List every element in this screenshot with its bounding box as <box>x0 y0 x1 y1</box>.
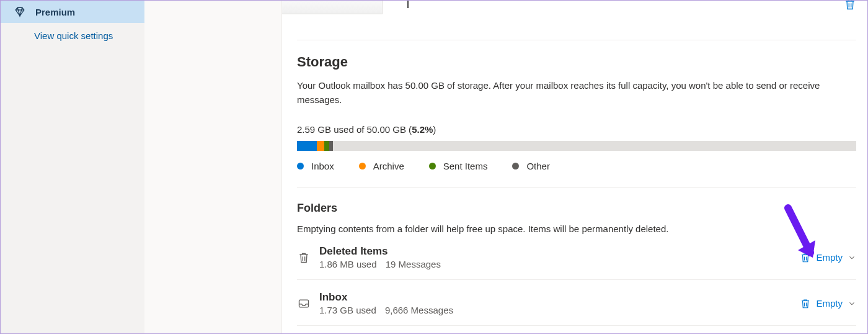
sidebar-item-premium[interactable]: Premium <box>1 1 144 23</box>
chevron-down-icon <box>848 299 856 308</box>
folders-heading: Folders <box>297 202 856 215</box>
sidebar-item-label: Premium <box>35 7 75 17</box>
delete-button[interactable] <box>844 1 856 11</box>
legend-item-other: Other <box>512 161 550 171</box>
text-caret <box>407 1 409 8</box>
legend-label: Other <box>526 161 550 171</box>
dot-icon <box>297 163 304 169</box>
dot-icon <box>429 163 436 169</box>
dot-icon <box>512 163 519 169</box>
divider <box>297 187 856 188</box>
storage-legend: Inbox Archive Sent Items Other <box>297 161 856 171</box>
legend-label: Inbox <box>311 161 334 171</box>
folder-subtext: 1.86 MB used 19 Messages <box>319 259 800 269</box>
legend-item-archive: Archive <box>359 161 404 171</box>
folder-info: Inbox 1.73 GB used 9,666 Messages <box>319 291 800 315</box>
trash-icon <box>297 251 311 264</box>
secondary-column <box>144 1 282 333</box>
empty-label: Empty <box>816 252 843 263</box>
empty-folder-button[interactable]: Empty <box>800 298 856 309</box>
folder-info: Deleted Items 1.86 MB used 19 Messages <box>319 245 800 269</box>
storage-bar <box>297 141 856 151</box>
folder-messages: 19 Messages <box>386 259 441 269</box>
storage-bar-seg-archive <box>317 141 324 151</box>
folder-used: 1.86 MB used <box>319 259 377 269</box>
diamond-icon <box>14 6 25 17</box>
usage-prefix: 2.59 GB used of 50.00 GB ( <box>297 124 412 135</box>
image-placeholder <box>282 1 383 14</box>
folder-subtext: 1.73 GB used 9,666 Messages <box>319 305 800 315</box>
trash-icon <box>800 298 811 309</box>
empty-folder-button[interactable]: Empty <box>800 252 856 263</box>
legend-label: Archive <box>373 161 404 171</box>
usage-suffix: ) <box>433 124 436 135</box>
inbox-icon <box>297 297 311 310</box>
legend-item-sent: Sent Items <box>429 161 488 171</box>
storage-heading: Storage <box>297 54 856 70</box>
trash-icon <box>800 252 811 263</box>
folder-name: Deleted Items <box>319 245 800 258</box>
svg-rect-0 <box>299 300 309 307</box>
divider <box>297 40 856 40</box>
folder-name: Inbox <box>319 291 800 304</box>
folder-row-deleted-items: Deleted Items 1.86 MB used 19 Messages E… <box>297 234 856 280</box>
dot-icon <box>359 163 366 169</box>
main-content: Storage Your Outlook mailbox has 50.00 G… <box>282 1 867 333</box>
folder-used: 1.73 GB used <box>319 305 376 315</box>
storage-bar-seg-other <box>329 141 333 151</box>
folder-messages: 9,666 Messages <box>385 305 453 315</box>
empty-label: Empty <box>816 298 843 309</box>
sidebar-item-quick-settings[interactable]: View quick settings <box>1 23 144 47</box>
settings-sidebar: Premium View quick settings <box>1 1 144 333</box>
usage-percent: 5.2% <box>412 124 433 135</box>
folder-row-inbox: Inbox 1.73 GB used 9,666 Messages Empty <box>297 280 856 326</box>
chevron-down-icon <box>848 253 856 262</box>
top-area <box>297 1 856 16</box>
storage-description: Your Outlook mailbox has 50.00 GB of sto… <box>297 79 856 107</box>
legend-item-inbox: Inbox <box>297 161 334 171</box>
storage-bar-seg-sent <box>324 141 329 151</box>
storage-usage-text: 2.59 GB used of 50.00 GB (5.2%) <box>297 124 856 135</box>
storage-bar-seg-inbox <box>297 141 317 151</box>
legend-label: Sent Items <box>443 161 488 171</box>
sidebar-item-label: View quick settings <box>34 30 113 41</box>
folders-description: Emptying contents from a folder will hel… <box>297 223 856 234</box>
